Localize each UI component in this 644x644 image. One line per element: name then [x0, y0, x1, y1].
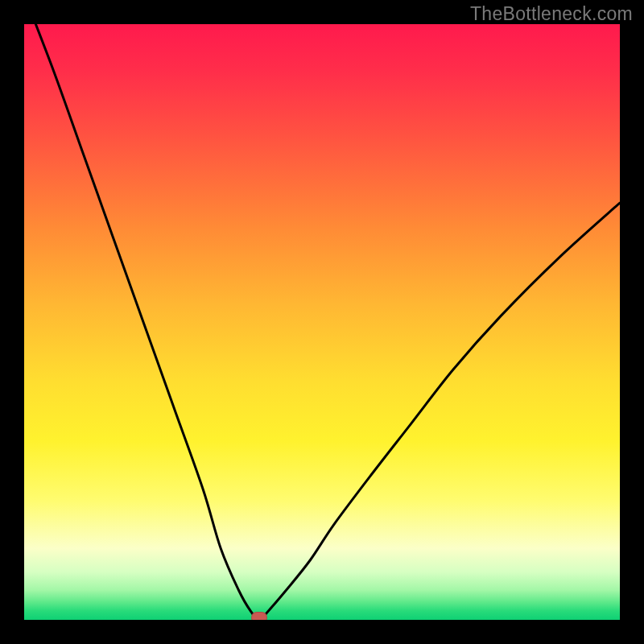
bottleneck-curve [24, 24, 620, 620]
curve-svg [24, 24, 620, 620]
watermark-text: TheBottleneck.com [470, 3, 633, 25]
chart-frame: TheBottleneck.com [0, 0, 644, 644]
plot-area [24, 24, 620, 620]
optimal-marker-icon [251, 612, 267, 620]
